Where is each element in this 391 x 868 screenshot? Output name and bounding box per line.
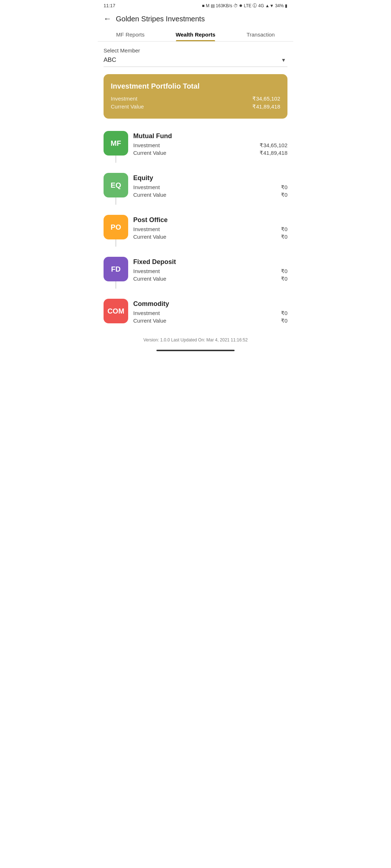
investment-icon-commodity: COM [104, 299, 128, 323]
investment-label-equity: Investment [133, 184, 160, 191]
portfolio-card-title: Investment Portfolio Total [111, 82, 280, 90]
investment-row-commodity: Investment ₹0 [133, 310, 287, 316]
investment-list: MF Mutual Fund Investment ₹34,65,102 Cur… [104, 126, 287, 330]
current-value-row-mutual-fund: Current Value ₹41,89,418 [133, 150, 287, 156]
investment-details-fixed-deposit: Fixed Deposit Investment ₹0 Current Valu… [133, 257, 287, 283]
tab-mf-reports[interactable]: MF Reports [98, 26, 163, 41]
investment-row-fixed-deposit: Investment ₹0 [133, 268, 287, 275]
version-footer: Version: 1.0.0 Last Updated On: Mar 4, 2… [98, 334, 293, 350]
investment-name-fixed-deposit: Fixed Deposit [133, 258, 287, 266]
portfolio-investment-row: Investment ₹34,65,102 [111, 95, 280, 102]
investment-item-commodity[interactable]: COM Commodity Investment ₹0 Current Valu… [104, 294, 287, 330]
main-content: Select Member ABC ▼ Investment Portfolio… [98, 42, 293, 330]
back-button[interactable]: ← [104, 14, 112, 24]
portfolio-current-value: ₹41,89,418 [252, 103, 280, 110]
current-value-commodity: ₹0 [281, 318, 287, 324]
icon-col-fixed-deposit: FD [104, 257, 128, 289]
current-value-fixed-deposit: ₹0 [281, 276, 287, 282]
investment-name-equity: Equity [133, 174, 287, 182]
member-select-value: ABC [104, 56, 126, 63]
icon-col-post-office: PO [104, 215, 128, 247]
icon-col-equity: EQ [104, 173, 128, 205]
investment-label-mutual-fund: Investment [133, 142, 160, 149]
app-header: ← Golden Stripes Investments [98, 10, 293, 26]
investment-name-post-office: Post Office [133, 216, 287, 224]
icon-col-commodity: COM [104, 299, 128, 323]
app-title: Golden Stripes Investments [116, 15, 205, 23]
status-icons: ■ M ▤ 163KB/s ⏱ ✹ LTE ⓘ 4G ▲▼ 34% ▮ [202, 3, 287, 8]
investment-icon-fixed-deposit: FD [104, 257, 128, 281]
current-value-row-equity: Current Value ₹0 [133, 192, 287, 198]
status-time: 11:17 [104, 3, 115, 8]
bottom-nav-bar [156, 350, 235, 351]
current-value-label-mutual-fund: Current Value [133, 150, 166, 156]
current-value-label-post-office: Current Value [133, 234, 166, 240]
investment-icon-post-office: PO [104, 215, 128, 239]
investment-details-commodity: Commodity Investment ₹0 Current Value ₹0 [133, 299, 287, 325]
investment-row-post-office: Investment ₹0 [133, 226, 287, 233]
tab-transaction[interactable]: Transaction [228, 26, 293, 41]
investment-item-mutual-fund[interactable]: MF Mutual Fund Investment ₹34,65,102 Cur… [104, 126, 287, 168]
investment-details-mutual-fund: Mutual Fund Investment ₹34,65,102 Curren… [133, 131, 287, 157]
investment-value-post-office: ₹0 [281, 226, 287, 233]
current-value-label-equity: Current Value [133, 192, 166, 198]
investment-icon-mutual-fund: MF [104, 131, 128, 156]
tab-wealth-reports[interactable]: Wealth Reports [163, 26, 228, 41]
investment-value-equity: ₹0 [281, 184, 287, 191]
dropdown-chevron-icon: ▼ [281, 57, 286, 63]
investment-label-fixed-deposit: Investment [133, 268, 160, 275]
investment-name-commodity: Commodity [133, 300, 287, 308]
investment-label-commodity: Investment [133, 310, 160, 316]
select-member-label: Select Member [104, 47, 287, 54]
portfolio-current-value-label: Current Value [111, 103, 144, 110]
current-value-label-commodity: Current Value [133, 318, 166, 324]
tab-bar: MF Reports Wealth Reports Transaction [98, 26, 293, 42]
portfolio-current-value-row: Current Value ₹41,89,418 [111, 103, 280, 110]
investment-item-equity[interactable]: EQ Equity Investment ₹0 Current Value ₹0 [104, 168, 287, 210]
investment-row-mutual-fund: Investment ₹34,65,102 [133, 142, 287, 149]
current-value-post-office: ₹0 [281, 234, 287, 240]
investment-label-post-office: Investment [133, 226, 160, 233]
investment-details-equity: Equity Investment ₹0 Current Value ₹0 [133, 173, 287, 199]
connector-fixed-deposit [115, 281, 116, 289]
investment-value-fixed-deposit: ₹0 [281, 268, 287, 275]
status-bar: 11:17 ■ M ▤ 163KB/s ⏱ ✹ LTE ⓘ 4G ▲▼ 34% … [98, 0, 293, 10]
investment-item-fixed-deposit[interactable]: FD Fixed Deposit Investment ₹0 Current V… [104, 252, 287, 294]
connector-post-office [115, 239, 116, 247]
investment-name-mutual-fund: Mutual Fund [133, 132, 287, 140]
investment-details-post-office: Post Office Investment ₹0 Current Value … [133, 215, 287, 241]
current-value-label-fixed-deposit: Current Value [133, 276, 166, 282]
connector-mutual-fund [115, 156, 116, 163]
icon-col-mutual-fund: MF [104, 131, 128, 163]
current-value-mutual-fund: ₹41,89,418 [260, 150, 287, 156]
current-value-row-fixed-deposit: Current Value ₹0 [133, 276, 287, 282]
current-value-row-commodity: Current Value ₹0 [133, 318, 287, 324]
member-select-wrapper[interactable]: ABC ▼ [104, 56, 287, 67]
portfolio-card: Investment Portfolio Total Investment ₹3… [104, 74, 287, 119]
current-value-row-post-office: Current Value ₹0 [133, 234, 287, 240]
portfolio-investment-label: Investment [111, 95, 137, 102]
investment-value-mutual-fund: ₹34,65,102 [260, 142, 287, 149]
investment-icon-equity: EQ [104, 173, 128, 197]
investment-value-commodity: ₹0 [281, 310, 287, 316]
investment-row-equity: Investment ₹0 [133, 184, 287, 191]
current-value-equity: ₹0 [281, 192, 287, 198]
version-text: Version: 1.0.0 Last Updated On: Mar 4, 2… [143, 337, 248, 342]
investment-item-post-office[interactable]: PO Post Office Investment ₹0 Current Val… [104, 210, 287, 252]
portfolio-investment-value: ₹34,65,102 [252, 95, 280, 102]
connector-equity [115, 197, 116, 205]
